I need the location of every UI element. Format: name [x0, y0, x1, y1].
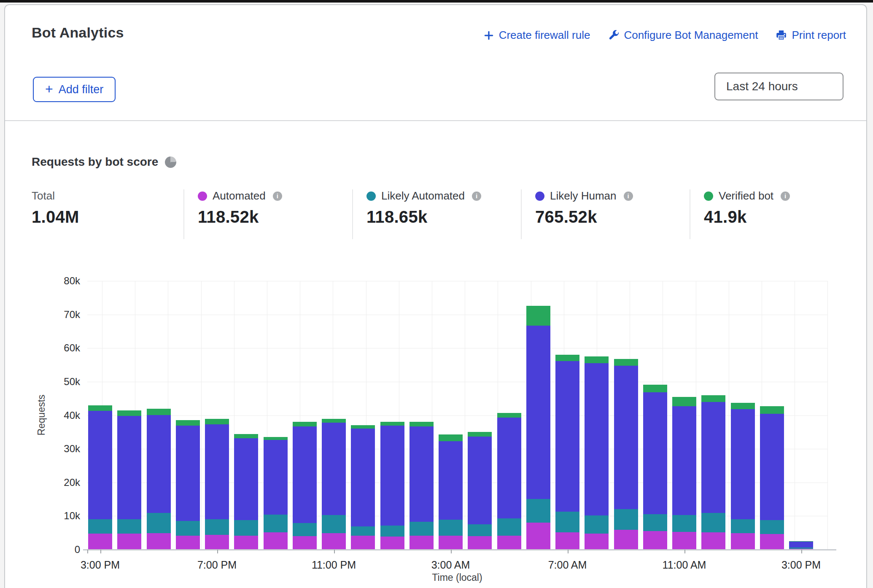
y-tick-label: 70k: [46, 309, 80, 321]
add-filter-button[interactable]: + Add filter: [33, 77, 116, 102]
stat-divider: [690, 189, 690, 239]
link-label: Print report: [792, 29, 846, 42]
bar-5-00-pm: [147, 409, 171, 550]
bar-segment-likely-human: [731, 409, 755, 519]
time-range-select[interactable]: Last 24 hours: [714, 73, 843, 100]
bar-segment-likely-automated: [176, 521, 200, 536]
bar-segment-verified-bot: [205, 419, 229, 424]
bar-segment-automated: [88, 534, 112, 550]
plus-icon: +: [45, 82, 53, 96]
stat-label: Automated: [213, 189, 266, 202]
bar-segment-verified-bot: [147, 409, 171, 415]
bar-segment-verified-bot: [701, 395, 725, 402]
bar-segment-likely-automated: [701, 513, 725, 532]
print-report-link[interactable]: Print report: [776, 29, 846, 42]
bar-segment-verified-bot: [731, 403, 755, 409]
axis-tick: [568, 550, 569, 553]
bar-segment-verified-bot: [614, 359, 638, 366]
bar-segment-likely-automated: [264, 515, 288, 532]
bar-segment-likely-human: [468, 437, 492, 524]
x-tick-label: 3:00 PM: [765, 559, 837, 571]
bar-segment-verified-bot: [264, 437, 288, 440]
x-gridline: [827, 281, 828, 550]
info-icon[interactable]: i: [624, 192, 633, 201]
y-tick-label: 80k: [46, 275, 80, 287]
section-title: Requests by bot score: [32, 155, 158, 169]
x-axis-title: Time (local): [432, 572, 482, 583]
bar-12-00-pm: [701, 395, 725, 550]
x-tick-label: 3:00 AM: [415, 559, 487, 571]
bar-10-00-pm: [293, 422, 317, 550]
stat-divider: [183, 189, 184, 239]
bar-segment-likely-automated: [439, 520, 463, 535]
bar-segment-verified-bot: [293, 422, 317, 426]
bar-segment-automated: [468, 536, 492, 550]
bar-8-00-am: [585, 356, 609, 550]
bar-segment-likely-human: [205, 424, 229, 519]
info-icon[interactable]: i: [472, 192, 481, 201]
bar-segment-likely-automated: [88, 519, 112, 534]
info-icon[interactable]: i: [273, 192, 282, 201]
bar-segment-verified-bot: [117, 410, 141, 416]
bar-2-00-pm: [760, 406, 784, 550]
bar-segment-likely-human: [526, 326, 550, 499]
stat-likely-automated: Likely Automated i 118.65k: [366, 189, 481, 227]
stat-label: Likely Automated: [381, 189, 465, 202]
stat-value: 1.04M: [32, 208, 79, 227]
bar-segment-likely-automated: [585, 515, 609, 534]
bar-segment-likely-automated: [351, 526, 375, 536]
axis-tick: [87, 550, 88, 553]
legend-dot-likely-automated: [366, 192, 376, 201]
bar-segment-likely-human: [351, 429, 375, 526]
pie-chart-icon: [165, 156, 176, 168]
bar-segment-likely-automated: [614, 509, 638, 530]
bot-analytics-card: Bot Analytics Create firewall rule Confi…: [4, 4, 867, 588]
bar-segment-verified-bot: [672, 397, 696, 406]
bar-segment-likely-automated: [380, 526, 404, 536]
bar-3-00-pm: [789, 541, 813, 550]
axis-tick: [801, 550, 802, 553]
bar-segment-automated: [555, 532, 579, 550]
bar-segment-likely-automated: [234, 520, 258, 536]
bar-segment-likely-human: [760, 414, 784, 520]
x-tick-label: 7:00 AM: [532, 559, 604, 571]
window-top-edge: [0, 0, 873, 3]
bar-segment-likely-automated: [293, 523, 317, 536]
bar-segment-likely-human: [439, 441, 463, 520]
bar-segment-verified-bot: [760, 406, 784, 414]
configure-bot-management-link[interactable]: Configure Bot Management: [608, 29, 758, 42]
stat-value: 118.65k: [366, 208, 481, 227]
bar-segment-likely-automated: [731, 519, 755, 533]
bar-segment-likely-automated: [526, 499, 550, 523]
y-gridline: [87, 281, 828, 281]
bar-9-00-am: [614, 359, 638, 550]
bar-segment-verified-bot: [497, 413, 521, 418]
x-gridline: [201, 281, 202, 550]
x-gridline: [729, 281, 729, 550]
bar-segment-likely-human: [643, 392, 667, 514]
link-label: Create firewall rule: [499, 29, 590, 42]
bar-12-00-am: [351, 425, 375, 550]
x-tick-label: 3:00 PM: [65, 559, 136, 571]
stat-value: 765.52k: [535, 208, 633, 227]
bar-segment-likely-human: [380, 426, 404, 526]
bar-segment-verified-bot: [526, 306, 550, 326]
info-icon[interactable]: i: [781, 192, 790, 201]
stat-total: Total 1.04M: [32, 189, 79, 227]
bar-4-00-pm: [117, 410, 141, 550]
axis-tick: [684, 550, 685, 553]
bar-segment-likely-human: [672, 406, 696, 515]
stat-divider: [352, 189, 353, 239]
bar-1-00-am: [380, 422, 404, 550]
stat-likely-human: Likely Human i 765.52k: [535, 189, 633, 227]
bar-segment-automated: [147, 533, 171, 550]
bar-segment-verified-bot: [585, 356, 609, 363]
bar-segment-automated: [585, 534, 609, 550]
bar-11-00-am: [672, 397, 696, 550]
bar-segment-likely-human: [614, 366, 638, 509]
bar-segment-automated: [380, 537, 404, 550]
create-firewall-rule-link[interactable]: Create firewall rule: [483, 29, 590, 42]
bar-segment-automated: [526, 523, 550, 550]
bar-6-00-pm: [176, 420, 200, 550]
bar-6-00-am: [526, 306, 550, 550]
